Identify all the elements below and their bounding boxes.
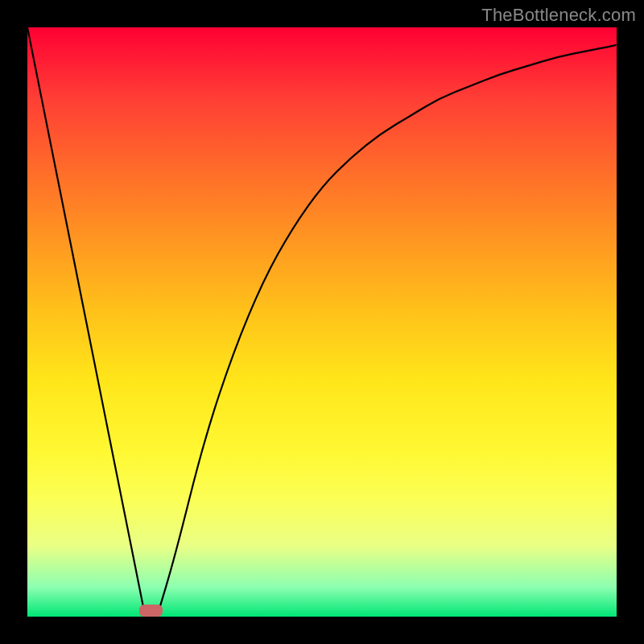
curve-right-segment xyxy=(157,45,617,617)
bottleneck-curve xyxy=(27,27,617,617)
chart-frame: TheBottleneck.com xyxy=(0,0,644,644)
plot-area xyxy=(27,27,617,617)
watermark-label: TheBottleneck.com xyxy=(481,5,636,26)
minimum-marker xyxy=(139,605,163,617)
curve-left-segment xyxy=(27,27,145,617)
